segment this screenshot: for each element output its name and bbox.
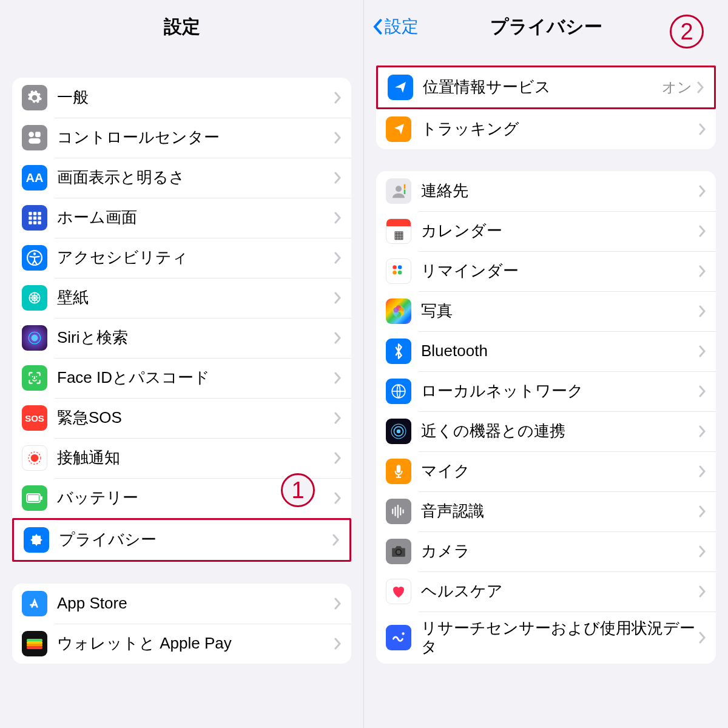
battery-icon: [22, 485, 47, 511]
settings-row[interactable]: リマインダー: [376, 251, 716, 291]
back-button[interactable]: 設定: [372, 15, 419, 38]
chevron-right-icon: [334, 92, 342, 104]
svg-point-55: [402, 633, 404, 635]
row-label: ホーム画面: [57, 208, 334, 227]
microphone-icon: [386, 459, 411, 484]
annotation-1: 1: [281, 473, 315, 507]
settings-row[interactable]: ローカルネットワーク: [376, 371, 716, 411]
row-label: Face IDとパスコード: [57, 368, 334, 387]
row-label: 緊急SOS: [57, 408, 334, 427]
settings-row[interactable]: ウォレットと Apple Pay: [12, 624, 351, 664]
settings-row[interactable]: カメラ: [376, 531, 716, 571]
settings-row[interactable]: AA画面表示と明るさ: [12, 158, 351, 198]
svg-rect-23: [28, 495, 39, 501]
privacy-group-2: 連絡先▦カレンダーリマインダー写真Bluetoothローカルネットワーク近くの機…: [376, 171, 716, 664]
settings-row[interactable]: 写真: [376, 291, 716, 331]
chevron-right-icon: [334, 172, 342, 184]
settings-row[interactable]: ホーム画面: [12, 198, 351, 238]
svg-point-17: [32, 335, 38, 342]
settings-row[interactable]: 接触通知: [12, 438, 351, 478]
page-title: 設定: [164, 15, 200, 39]
chevron-right-icon: [699, 345, 706, 357]
chevron-right-icon: [334, 452, 342, 464]
settings-row[interactable]: ▦カレンダー: [376, 211, 716, 251]
settings-row[interactable]: 一般: [12, 78, 351, 118]
settings-row[interactable]: 音声認識: [376, 491, 716, 531]
settings-row[interactable]: プライバシー: [12, 518, 351, 562]
row-label: カメラ: [421, 542, 699, 561]
back-label: 設定: [385, 15, 419, 38]
row-label: App Store: [57, 594, 334, 613]
svg-point-44: [397, 430, 401, 434]
row-label: ローカルネットワーク: [421, 382, 699, 400]
settings-row[interactable]: 壁紙: [12, 278, 351, 318]
research-icon: [386, 625, 411, 650]
settings-row[interactable]: App Store: [12, 584, 351, 624]
svg-rect-28: [27, 646, 42, 649]
settings-row[interactable]: マイク: [376, 451, 716, 491]
chevron-right-icon: [334, 252, 342, 264]
local-network-icon: [386, 379, 411, 404]
chevron-right-icon: [334, 492, 342, 504]
settings-row[interactable]: 近くの機器との連携: [376, 411, 716, 451]
health-icon: [386, 579, 411, 604]
svg-rect-30: [404, 184, 406, 189]
home-screen-icon: [22, 205, 47, 231]
privacy-icon: [24, 527, 49, 553]
settings-row[interactable]: 連絡先: [376, 171, 716, 211]
svg-rect-31: [404, 190, 406, 195]
row-label: プライバシー: [59, 530, 332, 549]
svg-rect-2: [29, 138, 41, 144]
row-label: リサーチセンサーおよび使用状況データ: [421, 619, 699, 656]
svg-rect-52: [403, 510, 404, 514]
chevron-right-icon: [699, 505, 706, 517]
settings-row[interactable]: 位置情報サービスオン: [376, 66, 716, 109]
svg-rect-24: [41, 496, 42, 500]
camera-icon: [386, 539, 411, 564]
row-value: オン: [662, 78, 692, 97]
svg-rect-48: [392, 509, 393, 514]
tracking-icon: [386, 116, 411, 142]
svg-point-18: [32, 376, 33, 377]
chevron-right-icon: [332, 534, 340, 546]
settings-row[interactable]: トラッキング: [376, 109, 716, 149]
settings-row[interactable]: Face IDとパスコード: [12, 358, 351, 398]
row-label: リマインダー: [421, 261, 699, 280]
chevron-right-icon: [334, 292, 342, 304]
svg-rect-8: [38, 217, 41, 220]
reminders-icon: [386, 258, 411, 284]
settings-row[interactable]: アクセシビリティ: [12, 238, 351, 278]
row-label: Siriと検索: [57, 328, 334, 347]
row-label: カレンダー: [421, 221, 699, 240]
settings-row[interactable]: SOS緊急SOS: [12, 398, 351, 438]
settings-row[interactable]: コントロールセンター: [12, 118, 351, 158]
appstore-icon: [22, 591, 47, 616]
settings-row[interactable]: Bluetooth: [376, 331, 716, 371]
chevron-right-icon: [334, 638, 342, 650]
svg-rect-49: [395, 507, 396, 516]
gear-icon: [22, 85, 47, 110]
chevron-right-icon: [334, 332, 342, 344]
svg-rect-4: [33, 212, 36, 215]
svg-point-32: [393, 265, 397, 269]
chevron-right-icon: [699, 123, 706, 135]
settings-row[interactable]: リサーチセンサーおよび使用状況データ: [376, 612, 716, 664]
privacy-content: 位置情報サービスオントラッキング 連絡先▦カレンダーリマインダー写真Blueto…: [364, 53, 728, 728]
chevron-right-icon: [334, 212, 342, 224]
row-label: 写真: [421, 302, 699, 320]
svg-point-54: [397, 550, 401, 554]
speech-icon: [386, 499, 411, 524]
svg-point-34: [398, 265, 402, 269]
display-icon: AA: [22, 165, 47, 190]
settings-row[interactable]: Siriと検索: [12, 318, 351, 358]
faceid-icon: [22, 365, 47, 391]
settings-row[interactable]: ヘルスケア: [376, 571, 716, 612]
svg-point-13: [33, 252, 36, 255]
chevron-right-icon: [697, 81, 704, 93]
chevron-right-icon: [334, 132, 342, 144]
chevron-right-icon: [699, 585, 706, 598]
chevron-right-icon: [699, 265, 706, 277]
svg-point-29: [396, 186, 402, 192]
row-label: 接触通知: [57, 448, 334, 467]
svg-rect-7: [33, 217, 36, 220]
